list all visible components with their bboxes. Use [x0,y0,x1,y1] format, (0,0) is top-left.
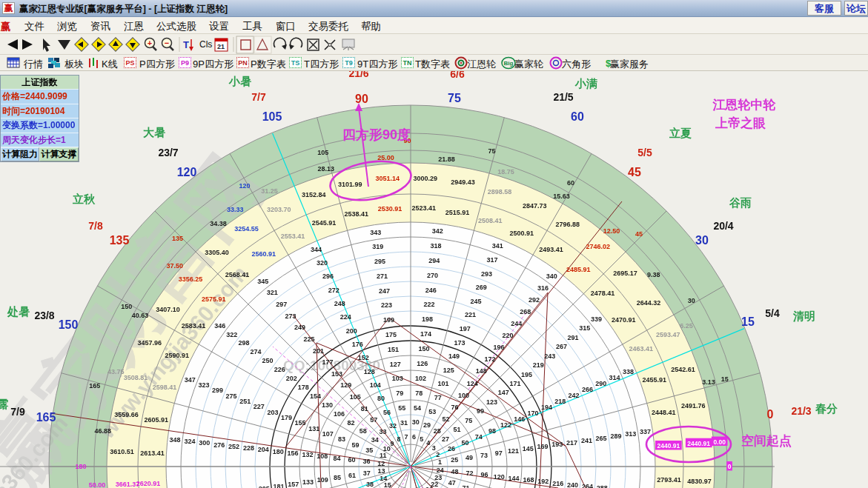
svg-text:四方形90度: 四方形90度 [342,127,411,142]
svg-text:109: 109 [317,476,328,484]
svg-text:80: 80 [377,395,385,402]
svg-text:2746.02: 2746.02 [586,243,611,250]
svg-text:29: 29 [423,421,431,429]
svg-text:13: 13 [377,467,385,475]
svg-text:120: 120 [494,473,505,481]
svg-text:339: 339 [591,315,602,323]
svg-text:3.13: 3.13 [702,378,715,386]
svg-text:2593.47: 2593.47 [656,331,680,338]
svg-text:春分: 春分 [815,402,838,415]
svg-text:300: 300 [199,439,210,447]
svg-text:47: 47 [448,479,456,487]
svg-text:145: 145 [523,445,534,452]
svg-text:194: 194 [541,404,552,411]
svg-text:31.25: 31.25 [261,187,278,195]
svg-text:3051.14: 3051.14 [375,175,400,182]
svg-text:223: 223 [381,301,392,309]
svg-text:252: 252 [228,443,239,450]
svg-text:清明: 清明 [792,310,815,322]
svg-text:340: 340 [546,273,557,280]
svg-text:203: 203 [267,409,278,416]
svg-text:154: 154 [310,392,321,400]
svg-text:9: 9 [391,440,394,447]
svg-text:2575.91: 2575.91 [202,295,226,303]
svg-text:165: 165 [89,382,100,390]
svg-text:197: 197 [460,325,471,332]
svg-text:299: 299 [212,387,223,394]
svg-text:43.75: 43.75 [107,368,125,375]
svg-text:73: 73 [480,452,488,459]
svg-text:220: 220 [502,332,513,339]
svg-text:3661.37: 3661.37 [116,481,140,488]
svg-text:292: 292 [529,296,540,304]
svg-text:157: 157 [288,481,299,488]
svg-text:58: 58 [360,427,367,435]
svg-text:121: 121 [508,447,519,455]
svg-text:立秋: 立秋 [72,193,96,205]
svg-text:83: 83 [338,435,345,443]
svg-text:241: 241 [581,437,592,444]
svg-text:5/5: 5/5 [637,147,652,158]
svg-text:266: 266 [582,386,593,393]
svg-text:22: 22 [431,481,438,488]
svg-text:−: − [165,39,169,47]
svg-text:28: 28 [434,427,441,435]
svg-text:291: 291 [568,334,579,341]
svg-text:23: 23 [434,474,442,481]
svg-text:198: 198 [422,315,433,323]
svg-text:48: 48 [451,468,459,475]
svg-text:2542.61: 2542.61 [671,366,695,373]
svg-text:54: 54 [414,404,421,412]
svg-text:314: 314 [609,374,620,381]
svg-text:30: 30 [695,234,709,247]
svg-text:201: 201 [313,347,324,355]
svg-text:49: 49 [466,454,473,461]
svg-text:21: 21 [217,43,225,50]
svg-text:150: 150 [59,318,79,331]
svg-text:2440.91: 2440.91 [687,440,710,447]
svg-text:316: 316 [537,284,549,292]
svg-text:105: 105 [350,393,361,401]
svg-text:+: + [148,39,152,47]
svg-text:103: 103 [392,375,403,382]
svg-text:Cls: Cls [199,39,212,50]
svg-text:120: 120 [239,182,250,190]
svg-text:34: 34 [371,436,379,444]
svg-text:341: 341 [492,242,503,250]
svg-text:315: 315 [579,324,590,332]
svg-text:324: 324 [184,438,195,445]
svg-text:122: 122 [500,421,511,429]
svg-text:5/4: 5/4 [765,307,780,319]
svg-text:174: 174 [420,330,431,338]
svg-text:226: 226 [274,366,285,373]
svg-text:75: 75 [448,92,461,104]
svg-text:2545.91: 2545.91 [312,219,337,227]
svg-text:196: 196 [493,344,504,351]
svg-text:144: 144 [508,475,520,482]
svg-text:251: 251 [239,398,251,405]
svg-text:108: 108 [317,452,328,460]
svg-text:56: 56 [383,409,391,416]
svg-text:21/6: 21/6 [348,71,368,79]
svg-text:151: 151 [388,346,399,353]
svg-text:60: 60 [567,179,574,187]
svg-text:8: 8 [397,435,401,443]
svg-text:132: 132 [302,451,313,458]
svg-text:274: 274 [250,348,261,355]
svg-text:2598.41: 2598.41 [153,384,177,391]
svg-text:77: 77 [434,394,442,401]
svg-text:2949.43: 2949.43 [451,178,475,186]
svg-text:221: 221 [465,311,476,318]
svg-text:3610.51: 3610.51 [110,448,134,455]
svg-text:4: 4 [426,439,430,447]
svg-text:3508.81: 3508.81 [124,374,148,381]
svg-text:290: 290 [595,380,606,387]
svg-text:98: 98 [488,427,496,435]
svg-text:3254.55: 3254.55 [234,225,259,233]
svg-text:170: 170 [528,410,539,417]
svg-text:147: 147 [498,389,509,396]
svg-text:2470.91: 2470.91 [612,316,636,324]
svg-text:6.25: 6.25 [680,322,693,330]
svg-text:2898.58: 2898.58 [488,188,512,195]
svg-text:2463.41: 2463.41 [629,345,653,352]
